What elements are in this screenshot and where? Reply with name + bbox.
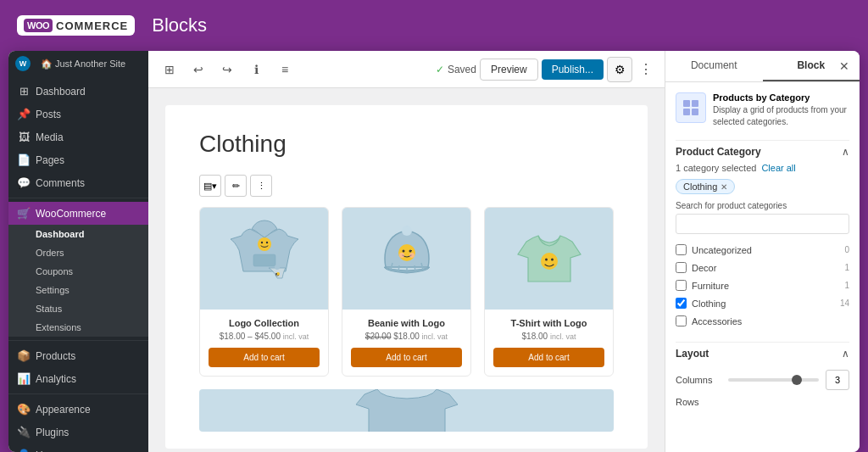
sidebar-item-appearance[interactable]: 🎨 Appearence <box>8 398 148 421</box>
block-type-button[interactable]: ▤▾ <box>199 175 221 197</box>
svg-point-2 <box>260 242 262 243</box>
analytics-icon: 📊 <box>17 372 31 385</box>
svg-rect-21 <box>683 100 690 107</box>
section-header-category[interactable]: Product Category ∧ <box>676 140 849 163</box>
more-icon: ⋮ <box>639 61 653 77</box>
columns-value-input[interactable]: 3 <box>826 370 849 390</box>
add-to-cart-2[interactable]: Add to cart <box>493 348 604 367</box>
inserter-button[interactable]: ⊞ <box>157 57 182 82</box>
sidebar-divider-1 <box>8 198 148 198</box>
block-toolbar: ⊞ ↩ ↪ ℹ ≡ ✓ Saved Preview Publish... ⚙ <box>148 51 665 88</box>
block-icon <box>676 92 706 123</box>
category-checkbox-clothing[interactable] <box>676 298 687 309</box>
sidebar-item-users[interactable]: 👤 Users <box>8 444 148 452</box>
sidebar-item-pages[interactable]: 📄 Pages <box>8 148 148 171</box>
redo-icon: ↪ <box>222 63 232 76</box>
site-name-bar[interactable]: 🏠 Just Another Site <box>41 59 125 70</box>
pages-icon: 📄 <box>17 153 31 166</box>
more-options-button[interactable]: ⋮ <box>636 59 656 80</box>
product-info-2: T-Shirt with Logo $18.00 incl. vat Add t… <box>485 310 613 376</box>
category-checkbox-decor[interactable] <box>676 262 687 273</box>
sidebar-item-media[interactable]: 🖼 Media <box>8 126 148 148</box>
product-name-0: Logo Collection <box>209 318 320 328</box>
sidebar-sub-extensions[interactable]: Extensions <box>8 318 148 337</box>
layout-columns-row: Columns 3 <box>676 370 849 390</box>
layout-chevron-icon: ∧ <box>842 348 849 360</box>
editor-wrapper: Clothing ▤▾ ✏ ⋮ <box>148 88 665 452</box>
svg-point-16 <box>399 253 404 258</box>
wp-admin-bar: W 🏠 Just Another Site <box>8 51 148 76</box>
category-checkbox-uncategorized[interactable] <box>676 244 687 255</box>
undo-button[interactable]: ↩ <box>186 57 211 82</box>
block-description: Products by Category Display a grid of p… <box>713 92 849 128</box>
redo-button[interactable]: ↪ <box>214 57 240 82</box>
product-card-0: Logo Collection $18.00 – $45.00 incl. va… <box>199 207 329 377</box>
slider-thumb <box>792 375 802 385</box>
category-row-clothing: Clothing 14 <box>676 294 849 312</box>
appearance-icon: 🎨 <box>17 403 31 416</box>
sidebar-sub-settings[interactable]: Settings <box>8 281 148 299</box>
svg-point-18 <box>541 253 558 270</box>
tab-document[interactable]: Document <box>665 51 763 81</box>
add-to-cart-0[interactable]: Add to cart <box>209 348 320 367</box>
woo-sidebar-icon: 🛒 <box>17 207 31 220</box>
svg-point-17 <box>409 253 415 258</box>
info-button[interactable]: ℹ <box>243 57 269 82</box>
section-header-layout[interactable]: Layout ∧ <box>676 342 849 365</box>
home-icon: 🏠 <box>41 59 53 70</box>
block-type-icon: ▤▾ <box>203 181 217 192</box>
svg-point-19 <box>545 259 548 261</box>
woo-submenu: Dashboard Orders Coupons Settings Status… <box>8 225 148 337</box>
sidebar-item-products[interactable]: 📦 Products <box>8 344 148 367</box>
content-area: ⊞ ↩ ↪ ℹ ≡ ✓ Saved Preview Publish... ⚙ <box>148 51 665 452</box>
inserter-icon: ⊞ <box>164 63 175 76</box>
media-icon: 🖼 <box>17 131 31 143</box>
columns-slider[interactable] <box>728 378 819 382</box>
sidebar-divider-3 <box>8 393 148 394</box>
edit-icon: ✏ <box>232 181 240 192</box>
posts-icon: 📌 <box>17 108 31 120</box>
sidebar-item-comments[interactable]: 💬 Comments <box>8 171 148 194</box>
clear-all-button[interactable]: Clear all <box>761 163 795 173</box>
svg-point-14 <box>402 250 404 253</box>
woo-logo[interactable]: WOO COMMERCE <box>17 15 135 36</box>
sidebar-item-woocommerce[interactable]: 🛒 WooCommerce <box>8 202 148 225</box>
publish-button[interactable]: Publish... <box>542 59 604 80</box>
edit-block-button[interactable]: ✏ <box>225 175 247 197</box>
sidebar-sub-status[interactable]: Status <box>8 299 148 318</box>
svg-point-1 <box>258 237 271 251</box>
close-panel-button[interactable]: ✕ <box>836 58 853 75</box>
sidebar-sub-orders[interactable]: Orders <box>8 243 148 262</box>
commerce-text: COMMERCE <box>56 20 128 32</box>
preview-button[interactable]: Preview <box>480 59 538 81</box>
category-checkbox-accessories[interactable] <box>676 315 687 326</box>
sidebar-item-plugins[interactable]: 🔌 Plugins <box>8 421 148 444</box>
page-heading: Clothing <box>199 131 614 158</box>
product-card-1: Beanie with Logo $20.00 $18.00 incl. vat… <box>342 207 471 377</box>
sidebar-sub-dashboard[interactable]: Dashboard <box>8 225 148 243</box>
undo-icon: ↩ <box>193 63 203 76</box>
sidebar-item-analytics[interactable]: 📊 Analytics <box>8 367 148 390</box>
category-search-input[interactable] <box>676 214 849 234</box>
list-view-button[interactable]: ≡ <box>272 57 298 82</box>
product-image-0 <box>200 208 328 310</box>
category-checkbox-furniture[interactable] <box>676 280 687 291</box>
sidebar-nav: ⊞ Dashboard 📌 Posts 🖼 Media 📄 Pages 💬 Co… <box>8 76 148 452</box>
check-icon: ✓ <box>436 64 444 75</box>
sidebar-item-posts[interactable]: 📌 Posts <box>8 103 148 126</box>
sidebar-item-dashboard[interactable]: ⊞ Dashboard <box>8 80 148 103</box>
product-info-0: Logo Collection $18.00 – $45.00 incl. va… <box>200 310 328 376</box>
block-more-button[interactable]: ⋮ <box>250 175 272 197</box>
product-name-2: T-Shirt with Logo <box>493 318 604 328</box>
main-container: W 🏠 Just Another Site ⊞ Dashboard 📌 Post… <box>8 51 860 452</box>
right-panel: Document Block ✕ Products by Category Di… <box>665 51 860 452</box>
svg-rect-24 <box>692 109 698 115</box>
clothing-tag: Clothing ✕ <box>676 179 735 194</box>
sidebar-sub-coupons[interactable]: Coupons <box>8 262 148 281</box>
product-price-1: $20.00 $18.00 incl. vat <box>351 332 462 341</box>
svg-point-3 <box>265 242 267 243</box>
settings-button[interactable]: ⚙ <box>607 57 632 82</box>
remove-tag-button[interactable]: ✕ <box>721 182 727 192</box>
add-to-cart-1[interactable]: Add to cart <box>351 348 462 367</box>
wp-logo[interactable]: W <box>15 56 31 71</box>
